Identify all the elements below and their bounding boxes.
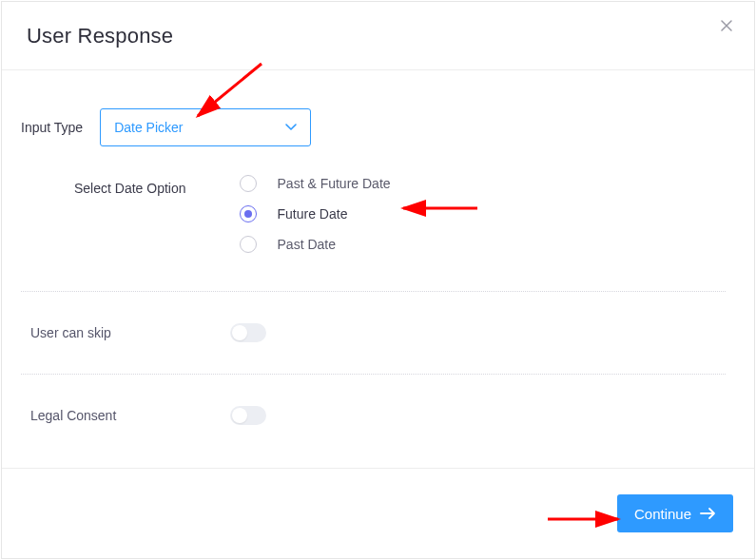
radio-icon bbox=[240, 236, 257, 253]
legal-label: Legal Consent bbox=[30, 408, 126, 423]
chevron-down-icon bbox=[285, 124, 297, 131]
skip-row: User can skip bbox=[21, 292, 726, 374]
legal-toggle[interactable] bbox=[230, 406, 266, 425]
radio-past[interactable]: Past Date bbox=[240, 236, 391, 253]
page-title: User Response bbox=[27, 24, 173, 48]
footer: Continue bbox=[2, 468, 754, 558]
header: User Response bbox=[2, 2, 754, 70]
date-option-row: Select Date Option Past & Future Date Fu… bbox=[21, 175, 726, 253]
radio-future[interactable]: Future Date bbox=[240, 205, 391, 222]
close-button[interactable] bbox=[718, 17, 735, 34]
date-option-label: Select Date Option bbox=[74, 181, 186, 196]
input-type-value: Date Picker bbox=[114, 120, 183, 135]
continue-label: Continue bbox=[634, 506, 691, 522]
radio-label: Past & Future Date bbox=[278, 176, 391, 191]
modal: User Response Input Type Date Picker Sel… bbox=[1, 1, 755, 559]
input-type-select[interactable]: Date Picker bbox=[100, 108, 311, 146]
body: Input Type Date Picker Select Date Optio… bbox=[2, 70, 754, 468]
radio-group: Past & Future Date Future Date Past Date bbox=[240, 175, 391, 253]
arrow-right-icon bbox=[701, 508, 716, 519]
input-type-label: Input Type bbox=[21, 120, 83, 135]
continue-button[interactable]: Continue bbox=[617, 494, 733, 532]
radio-label: Future Date bbox=[278, 206, 348, 222]
radio-past-future[interactable]: Past & Future Date bbox=[240, 175, 391, 192]
radio-icon bbox=[240, 175, 257, 192]
legal-row: Legal Consent bbox=[21, 375, 726, 456]
radio-label: Past Date bbox=[278, 237, 336, 252]
radio-icon bbox=[240, 205, 257, 222]
skip-label: User can skip bbox=[30, 325, 126, 340]
input-type-row: Input Type Date Picker bbox=[21, 108, 726, 146]
skip-toggle[interactable] bbox=[230, 323, 266, 342]
close-icon bbox=[721, 20, 732, 31]
